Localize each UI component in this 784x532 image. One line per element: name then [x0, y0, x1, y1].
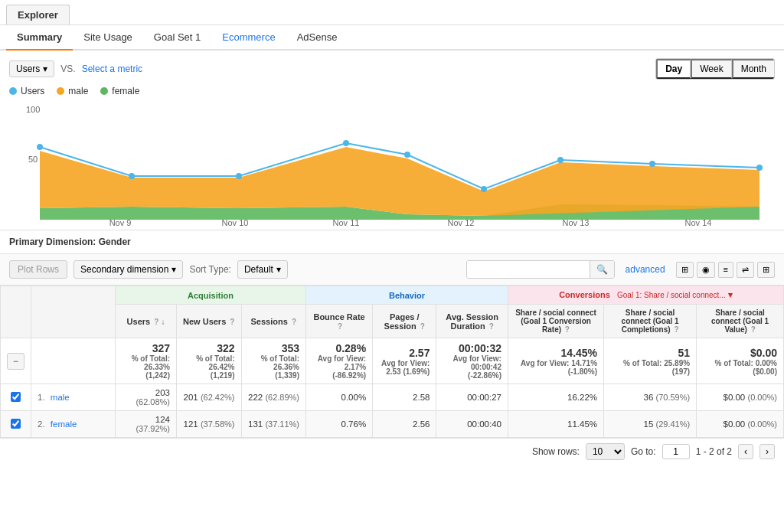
sort-default-arrow: ▾: [276, 264, 281, 275]
datapoint-1[interactable]: [37, 144, 43, 150]
th-new-users: New Users ?: [177, 305, 242, 338]
tab-summary[interactable]: Summary: [6, 25, 73, 51]
view-compare-button[interactable]: ⇌: [737, 262, 754, 278]
legend-dot-users: [9, 87, 17, 95]
tab-ecommerce[interactable]: Ecommerce: [211, 25, 286, 51]
total-new-users-sub: % of Total: 26.42% (1,219): [183, 354, 235, 380]
x-label-nov12: Nov 12: [448, 218, 475, 227]
page-range: 1 - 2 of 2: [696, 446, 732, 457]
view-pivot-button[interactable]: ⊞: [757, 262, 775, 278]
row1-share-val-val: $0.00: [723, 393, 745, 402]
advanced-link[interactable]: advanced: [626, 264, 665, 275]
datapoint-3[interactable]: [236, 173, 242, 179]
row2-share-val: $0.00 (0.00%): [697, 411, 784, 438]
row2-new-users: 121 (37.58%): [177, 411, 242, 438]
male-area: [40, 147, 760, 216]
col-pages-help: ?: [420, 322, 425, 331]
data-table-container: Acquisition Behavior Conversions Goal 1:…: [0, 286, 784, 438]
goal-dropdown[interactable]: ▾: [728, 290, 733, 299]
total-avg-val: 00:00:32: [459, 342, 501, 354]
row2-checkbox-cell[interactable]: [1, 411, 31, 438]
row1-checkbox[interactable]: [11, 392, 21, 402]
prev-page-button[interactable]: ‹: [738, 444, 753, 459]
th-users: Users ? ↓: [116, 305, 177, 338]
table-row: 2. female 124 (37.92%) 121 (37.58%) 131 …: [1, 411, 784, 438]
row2-rank: 2.: [38, 419, 45, 429]
row1-new-users: 201 (62.42%): [177, 384, 242, 411]
rows-per-page-select[interactable]: 10 25 50 100: [586, 443, 625, 460]
row1-gender-cell: 1. male: [31, 384, 116, 411]
col-avg-help: ?: [489, 322, 494, 331]
row1-avg: 00:00:27: [436, 384, 508, 411]
primary-dimension-bar: Primary Dimension: Gender: [0, 230, 784, 254]
total-sessions: 353 % of Total: 26.36% (1,339): [241, 338, 306, 384]
time-btn-day[interactable]: Day: [656, 59, 691, 79]
search-input[interactable]: [467, 261, 590, 278]
page-number-input[interactable]: [662, 444, 690, 459]
view-grid-button[interactable]: ⊞: [676, 262, 694, 278]
sort-default-dropdown[interactable]: Default ▾: [237, 260, 288, 279]
datapoint-2[interactable]: [129, 173, 135, 179]
select-metric-link[interactable]: Select a metric: [82, 64, 142, 74]
time-btn-week[interactable]: Week: [691, 59, 731, 79]
legend-dot-male: [57, 87, 64, 95]
row2-gender-cell: 2. female: [31, 411, 116, 438]
plot-rows-button[interactable]: Plot Rows: [9, 260, 67, 279]
tab-goal-set-1[interactable]: Goal Set 1: [143, 25, 211, 51]
row2-avg: 00:00:40: [436, 411, 508, 438]
datapoint-5[interactable]: [404, 152, 410, 158]
col-pages-label: Pages / Session: [384, 312, 420, 331]
datapoint-6[interactable]: [481, 186, 487, 192]
th-sessions: Sessions ?: [241, 305, 306, 338]
th-checkbox-spacer: [1, 286, 31, 338]
explorer-tab[interactable]: Explorer: [6, 5, 70, 24]
x-label-nov9: Nov 9: [109, 218, 132, 227]
row1-gender-link[interactable]: male: [51, 393, 70, 402]
legend-users: Users: [9, 86, 44, 96]
col-new-users-help: ?: [230, 318, 234, 326]
row1-checkbox-cell[interactable]: [1, 384, 31, 411]
total-bounce: 0.28% Avg for View: 2.17% (-86.92%): [306, 338, 373, 384]
row2-new-users-pct: (37.58%): [201, 419, 235, 429]
row1-users: 203 (62.08%): [116, 384, 177, 411]
tab-adsense[interactable]: AdSense: [286, 25, 348, 51]
chart-area: Users ▾ VS. Select a metric Day Week Mon…: [0, 51, 784, 230]
area-chart: 100 50 Nov 9 Nov 10 Nov 11 Nov 12 Nov 13: [9, 101, 775, 230]
view-list-button[interactable]: ≡: [718, 262, 733, 278]
col-share-comp-label: Share / social connect (Goal 1 Completio…: [622, 308, 679, 334]
metric-users-button[interactable]: Users ▾: [9, 60, 54, 77]
row1-share-comp-val: 36: [644, 393, 654, 402]
x-label-nov13: Nov 13: [563, 218, 590, 227]
tab-site-usage[interactable]: Site Usage: [73, 25, 143, 51]
x-label-nov11: Nov 11: [333, 218, 360, 227]
sort-type-label: Sort Type:: [189, 264, 230, 275]
minus-button[interactable]: −: [7, 353, 24, 370]
time-btn-month[interactable]: Month: [732, 59, 774, 79]
row2-checkbox[interactable]: [11, 419, 21, 429]
search-icon-button[interactable]: 🔍: [590, 261, 614, 278]
datapoint-4[interactable]: [343, 140, 349, 146]
row2-bounce: 0.76%: [306, 411, 373, 438]
total-share-comp: 51 % of Total: 25.89% (197): [604, 338, 697, 384]
legend-female: female: [100, 86, 139, 96]
datapoint-9[interactable]: [756, 165, 763, 171]
pagination-bar: Show rows: 10 25 50 100 Go to: 1 - 2 of …: [0, 438, 784, 465]
col-headers-row: Users ? ↓ New Users ? Sessions ? Bounce …: [1, 305, 784, 338]
datapoint-8[interactable]: [649, 161, 655, 167]
view-pie-button[interactable]: ◉: [697, 262, 715, 278]
search-box: 🔍: [466, 260, 615, 279]
next-page-button[interactable]: ›: [760, 444, 775, 459]
total-share-val-val: $0.00: [750, 347, 777, 359]
goal-label: Goal 1: Share / social connect...: [617, 291, 726, 299]
total-users: 327 % of Total: 26.33% (1,242): [116, 338, 177, 384]
total-share-val: $0.00 % of Total: 0.00% ($0.00): [697, 338, 784, 384]
col-users-sort[interactable]: ↓: [161, 318, 165, 326]
row2-gender-link[interactable]: female: [51, 419, 77, 429]
total-pages-sub: Avg for View: 2.53 (1.69%): [379, 359, 430, 376]
total-sessions-val: 353: [282, 342, 299, 354]
legend-label-users: Users: [21, 86, 44, 96]
total-share-conv: 14.45% Avg for View: 14.71% (-1.80%): [508, 338, 603, 384]
datapoint-7[interactable]: [557, 157, 564, 163]
secondary-dimension-dropdown[interactable]: Secondary dimension ▾: [74, 260, 183, 279]
total-pages-val: 2.57: [409, 347, 430, 359]
